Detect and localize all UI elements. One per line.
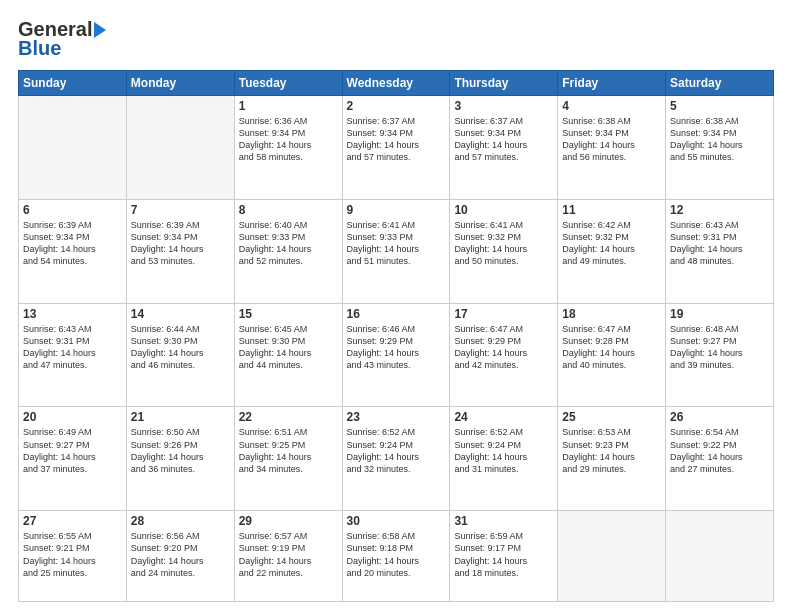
day-number: 31 [454, 514, 553, 528]
cell-info: Sunrise: 6:53 AM Sunset: 9:23 PM Dayligh… [562, 426, 661, 475]
day-header-sunday: Sunday [19, 71, 127, 96]
cell-info: Sunrise: 6:37 AM Sunset: 9:34 PM Dayligh… [347, 115, 446, 164]
cell-info: Sunrise: 6:42 AM Sunset: 9:32 PM Dayligh… [562, 219, 661, 268]
page: General Blue SundayMondayTuesdayWednesda… [0, 0, 792, 612]
calendar-cell [666, 511, 774, 602]
cell-info: Sunrise: 6:47 AM Sunset: 9:28 PM Dayligh… [562, 323, 661, 372]
calendar: SundayMondayTuesdayWednesdayThursdayFrid… [18, 70, 774, 602]
day-number: 30 [347, 514, 446, 528]
calendar-cell: 22Sunrise: 6:51 AM Sunset: 9:25 PM Dayli… [234, 407, 342, 511]
day-number: 8 [239, 203, 338, 217]
day-number: 26 [670, 410, 769, 424]
week-row-1: 1Sunrise: 6:36 AM Sunset: 9:34 PM Daylig… [19, 96, 774, 200]
cell-info: Sunrise: 6:55 AM Sunset: 9:21 PM Dayligh… [23, 530, 122, 579]
calendar-header-row: SundayMondayTuesdayWednesdayThursdayFrid… [19, 71, 774, 96]
calendar-cell: 24Sunrise: 6:52 AM Sunset: 9:24 PM Dayli… [450, 407, 558, 511]
cell-info: Sunrise: 6:45 AM Sunset: 9:30 PM Dayligh… [239, 323, 338, 372]
day-number: 2 [347, 99, 446, 113]
calendar-cell: 1Sunrise: 6:36 AM Sunset: 9:34 PM Daylig… [234, 96, 342, 200]
calendar-cell: 15Sunrise: 6:45 AM Sunset: 9:30 PM Dayli… [234, 303, 342, 407]
cell-info: Sunrise: 6:37 AM Sunset: 9:34 PM Dayligh… [454, 115, 553, 164]
cell-info: Sunrise: 6:40 AM Sunset: 9:33 PM Dayligh… [239, 219, 338, 268]
cell-info: Sunrise: 6:38 AM Sunset: 9:34 PM Dayligh… [562, 115, 661, 164]
day-number: 7 [131, 203, 230, 217]
cell-info: Sunrise: 6:58 AM Sunset: 9:18 PM Dayligh… [347, 530, 446, 579]
calendar-cell: 31Sunrise: 6:59 AM Sunset: 9:17 PM Dayli… [450, 511, 558, 602]
logo-blue-text: Blue [18, 37, 61, 60]
day-number: 25 [562, 410, 661, 424]
cell-info: Sunrise: 6:49 AM Sunset: 9:27 PM Dayligh… [23, 426, 122, 475]
calendar-cell: 12Sunrise: 6:43 AM Sunset: 9:31 PM Dayli… [666, 199, 774, 303]
day-header-friday: Friday [558, 71, 666, 96]
calendar-cell: 27Sunrise: 6:55 AM Sunset: 9:21 PM Dayli… [19, 511, 127, 602]
day-number: 22 [239, 410, 338, 424]
calendar-cell: 20Sunrise: 6:49 AM Sunset: 9:27 PM Dayli… [19, 407, 127, 511]
calendar-cell: 26Sunrise: 6:54 AM Sunset: 9:22 PM Dayli… [666, 407, 774, 511]
calendar-cell [558, 511, 666, 602]
calendar-cell: 7Sunrise: 6:39 AM Sunset: 9:34 PM Daylig… [126, 199, 234, 303]
day-number: 19 [670, 307, 769, 321]
cell-info: Sunrise: 6:38 AM Sunset: 9:34 PM Dayligh… [670, 115, 769, 164]
day-number: 10 [454, 203, 553, 217]
cell-info: Sunrise: 6:54 AM Sunset: 9:22 PM Dayligh… [670, 426, 769, 475]
week-row-5: 27Sunrise: 6:55 AM Sunset: 9:21 PM Dayli… [19, 511, 774, 602]
day-number: 13 [23, 307, 122, 321]
day-number: 11 [562, 203, 661, 217]
calendar-cell [126, 96, 234, 200]
calendar-cell: 5Sunrise: 6:38 AM Sunset: 9:34 PM Daylig… [666, 96, 774, 200]
calendar-cell: 17Sunrise: 6:47 AM Sunset: 9:29 PM Dayli… [450, 303, 558, 407]
calendar-cell: 19Sunrise: 6:48 AM Sunset: 9:27 PM Dayli… [666, 303, 774, 407]
calendar-cell: 30Sunrise: 6:58 AM Sunset: 9:18 PM Dayli… [342, 511, 450, 602]
day-number: 29 [239, 514, 338, 528]
cell-info: Sunrise: 6:39 AM Sunset: 9:34 PM Dayligh… [23, 219, 122, 268]
day-number: 27 [23, 514, 122, 528]
logo: General Blue [18, 18, 106, 60]
day-header-saturday: Saturday [666, 71, 774, 96]
cell-info: Sunrise: 6:57 AM Sunset: 9:19 PM Dayligh… [239, 530, 338, 579]
calendar-cell: 25Sunrise: 6:53 AM Sunset: 9:23 PM Dayli… [558, 407, 666, 511]
cell-info: Sunrise: 6:44 AM Sunset: 9:30 PM Dayligh… [131, 323, 230, 372]
day-number: 28 [131, 514, 230, 528]
day-number: 6 [23, 203, 122, 217]
day-number: 14 [131, 307, 230, 321]
calendar-cell: 6Sunrise: 6:39 AM Sunset: 9:34 PM Daylig… [19, 199, 127, 303]
cell-info: Sunrise: 6:51 AM Sunset: 9:25 PM Dayligh… [239, 426, 338, 475]
calendar-cell: 2Sunrise: 6:37 AM Sunset: 9:34 PM Daylig… [342, 96, 450, 200]
day-number: 12 [670, 203, 769, 217]
cell-info: Sunrise: 6:52 AM Sunset: 9:24 PM Dayligh… [347, 426, 446, 475]
day-number: 1 [239, 99, 338, 113]
calendar-cell: 8Sunrise: 6:40 AM Sunset: 9:33 PM Daylig… [234, 199, 342, 303]
cell-info: Sunrise: 6:47 AM Sunset: 9:29 PM Dayligh… [454, 323, 553, 372]
cell-info: Sunrise: 6:59 AM Sunset: 9:17 PM Dayligh… [454, 530, 553, 579]
day-number: 5 [670, 99, 769, 113]
cell-info: Sunrise: 6:50 AM Sunset: 9:26 PM Dayligh… [131, 426, 230, 475]
cell-info: Sunrise: 6:43 AM Sunset: 9:31 PM Dayligh… [23, 323, 122, 372]
calendar-cell: 29Sunrise: 6:57 AM Sunset: 9:19 PM Dayli… [234, 511, 342, 602]
calendar-cell: 4Sunrise: 6:38 AM Sunset: 9:34 PM Daylig… [558, 96, 666, 200]
day-number: 3 [454, 99, 553, 113]
calendar-cell: 14Sunrise: 6:44 AM Sunset: 9:30 PM Dayli… [126, 303, 234, 407]
calendar-cell: 11Sunrise: 6:42 AM Sunset: 9:32 PM Dayli… [558, 199, 666, 303]
week-row-4: 20Sunrise: 6:49 AM Sunset: 9:27 PM Dayli… [19, 407, 774, 511]
week-row-2: 6Sunrise: 6:39 AM Sunset: 9:34 PM Daylig… [19, 199, 774, 303]
week-row-3: 13Sunrise: 6:43 AM Sunset: 9:31 PM Dayli… [19, 303, 774, 407]
cell-info: Sunrise: 6:36 AM Sunset: 9:34 PM Dayligh… [239, 115, 338, 164]
cell-info: Sunrise: 6:56 AM Sunset: 9:20 PM Dayligh… [131, 530, 230, 579]
day-number: 24 [454, 410, 553, 424]
cell-info: Sunrise: 6:41 AM Sunset: 9:32 PM Dayligh… [454, 219, 553, 268]
cell-info: Sunrise: 6:46 AM Sunset: 9:29 PM Dayligh… [347, 323, 446, 372]
day-number: 16 [347, 307, 446, 321]
calendar-cell: 3Sunrise: 6:37 AM Sunset: 9:34 PM Daylig… [450, 96, 558, 200]
day-header-tuesday: Tuesday [234, 71, 342, 96]
day-number: 18 [562, 307, 661, 321]
cell-info: Sunrise: 6:48 AM Sunset: 9:27 PM Dayligh… [670, 323, 769, 372]
calendar-cell: 16Sunrise: 6:46 AM Sunset: 9:29 PM Dayli… [342, 303, 450, 407]
day-header-thursday: Thursday [450, 71, 558, 96]
day-number: 21 [131, 410, 230, 424]
cell-info: Sunrise: 6:39 AM Sunset: 9:34 PM Dayligh… [131, 219, 230, 268]
header: General Blue [18, 18, 774, 60]
cell-info: Sunrise: 6:52 AM Sunset: 9:24 PM Dayligh… [454, 426, 553, 475]
day-number: 20 [23, 410, 122, 424]
day-number: 23 [347, 410, 446, 424]
day-header-monday: Monday [126, 71, 234, 96]
